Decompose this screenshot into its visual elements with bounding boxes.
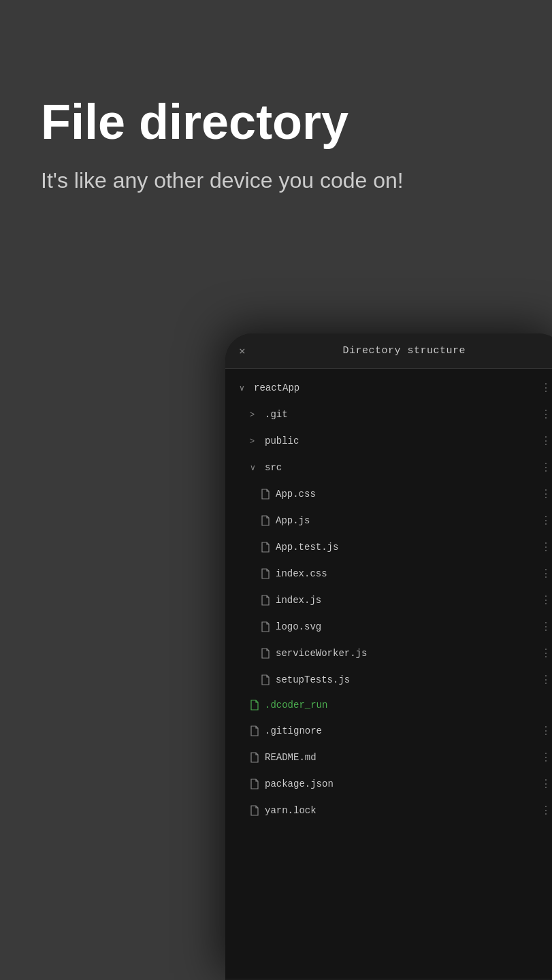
file-label: index.css (276, 568, 327, 579)
phone-frame: × Directory structure ∨reactApp⋮>.git⋮>p… (225, 333, 552, 980)
context-menu-icon[interactable]: ⋮ (540, 487, 552, 500)
context-menu-icon[interactable]: ⋮ (540, 673, 552, 686)
file-icon (250, 779, 259, 789)
file-label: index.js (276, 595, 321, 606)
file-label: package.json (265, 779, 334, 789)
file-tree[interactable]: ∨reactApp⋮>.git⋮>public⋮∨src⋮ App.css⋮ A… (225, 369, 552, 979)
page-title: File directory (41, 95, 511, 149)
tree-item-gitignore[interactable]: .gitignore⋮ (225, 717, 552, 744)
file-label: serviceWorker.js (276, 648, 367, 659)
tree-item-index-js[interactable]: index.js⋮ (225, 587, 552, 613)
chevron-right-icon: > (250, 410, 259, 419)
file-icon (261, 621, 270, 632)
context-menu-icon[interactable]: ⋮ (540, 724, 552, 737)
file-icon (261, 674, 270, 685)
file-icon (250, 752, 259, 763)
phone-container: × Directory structure ∨reactApp⋮>.git⋮>p… (225, 333, 552, 980)
file-label: README.md (265, 752, 316, 763)
tree-item-package-json[interactable]: package.json⋮ (225, 770, 552, 797)
context-menu-icon[interactable]: ⋮ (540, 514, 552, 527)
tree-item-logo-svg[interactable]: logo.svg⋮ (225, 613, 552, 640)
tree-item-git[interactable]: >.git⋮ (225, 401, 552, 427)
file-icon (250, 700, 259, 710)
file-label: App.js (276, 515, 310, 526)
close-button[interactable]: × (239, 344, 246, 357)
folder-label: .git (265, 409, 288, 420)
folder-label: reactApp (254, 382, 299, 393)
chevron-down-icon: ∨ (250, 463, 259, 472)
file-label: setupTests.js (276, 674, 350, 685)
chevron-down-icon: ∨ (239, 383, 248, 393)
tree-item-app-test-js[interactable]: App.test.js⋮ (225, 534, 552, 560)
context-menu-icon[interactable]: ⋮ (540, 751, 552, 764)
file-icon (261, 648, 270, 659)
tree-item-app-css[interactable]: App.css⋮ (225, 480, 552, 507)
context-menu-icon[interactable]: ⋮ (540, 620, 552, 633)
file-label: App.test.js (276, 542, 338, 553)
file-label: .gitignore (265, 725, 322, 736)
folder-label: src (265, 462, 282, 473)
file-icon (261, 542, 270, 553)
context-menu-icon[interactable]: ⋮ (540, 381, 552, 394)
tree-item-index-css[interactable]: index.css⋮ (225, 560, 552, 587)
tree-item-dcoder-run[interactable]: .dcoder_run (225, 693, 552, 717)
file-label: .dcoder_run (265, 700, 327, 710)
file-icon (261, 489, 270, 500)
file-label: logo.svg (276, 621, 321, 632)
tree-item-src[interactable]: ∨src⋮ (225, 454, 552, 480)
context-menu-icon[interactable]: ⋮ (540, 461, 552, 474)
file-icon (261, 568, 270, 579)
tree-item-yarn-lock[interactable]: yarn.lock⋮ (225, 797, 552, 823)
context-menu-icon[interactable]: ⋮ (540, 408, 552, 421)
file-icon (250, 805, 259, 816)
panel-title: Directory structure (257, 345, 552, 357)
context-menu-icon[interactable]: ⋮ (540, 434, 552, 447)
context-menu-icon[interactable]: ⋮ (540, 540, 552, 553)
tree-item-app-js[interactable]: App.js⋮ (225, 507, 552, 534)
tree-item-readme[interactable]: README.md⋮ (225, 744, 552, 770)
chevron-right-icon: > (250, 436, 259, 446)
context-menu-icon[interactable]: ⋮ (540, 647, 552, 659)
context-menu-icon[interactable]: ⋮ (540, 804, 552, 817)
file-label: App.css (276, 489, 316, 500)
file-icon (261, 515, 270, 526)
tree-item-serviceWorker[interactable]: serviceWorker.js⋮ (225, 640, 552, 666)
page-subtitle: It's like any other device you code on! (41, 165, 422, 196)
file-label: yarn.lock (265, 805, 316, 816)
hero-section: File directory It's like any other devic… (0, 0, 552, 223)
tree-item-reactApp[interactable]: ∨reactApp⋮ (225, 374, 552, 401)
folder-label: public (265, 436, 299, 446)
context-menu-icon[interactable]: ⋮ (540, 593, 552, 606)
panel-header: × Directory structure (225, 333, 552, 369)
context-menu-icon[interactable]: ⋮ (540, 567, 552, 580)
file-icon (261, 595, 270, 606)
tree-item-public[interactable]: >public⋮ (225, 427, 552, 454)
tree-item-setupTests[interactable]: setupTests.js⋮ (225, 666, 552, 693)
file-icon (250, 725, 259, 736)
context-menu-icon[interactable]: ⋮ (540, 777, 552, 790)
